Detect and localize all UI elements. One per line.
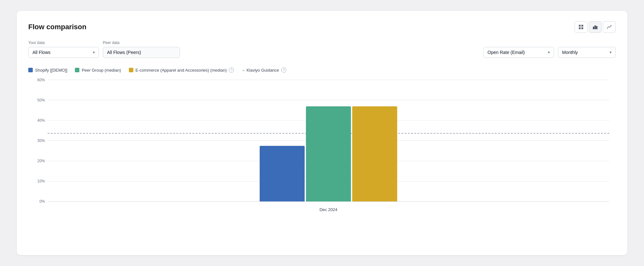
legend-item-peer-group: Peer Group (median): [75, 68, 121, 73]
ecommerce-color-swatch: [129, 68, 133, 72]
legend-shopify-label: Shopify [[DEMO]]: [35, 68, 67, 73]
metric-control: Open Rate (Email) ▾: [483, 47, 554, 58]
your-data-label: Your data: [28, 40, 99, 45]
bar-shopify: [260, 146, 305, 202]
table-view-button[interactable]: [575, 21, 587, 33]
legend-ecommerce-label: E-commerce (Apparel and Accessories) (me…: [136, 68, 227, 73]
header-row: Flow comparison: [28, 21, 616, 33]
chart-area: 60% 50% 40% 30% 20% 10%: [48, 80, 609, 215]
your-data-control: Your data All Flows ▾: [28, 40, 99, 58]
legend-item-shopify: Shopify [[DEMO]]: [28, 68, 67, 73]
chart-baseline: [48, 201, 609, 202]
legend-row: Shopify [[DEMO]] Peer Group (median) E-c…: [28, 67, 616, 73]
y-label-0: 0%: [31, 199, 45, 204]
svg-rect-2: [579, 27, 581, 29]
chevron-down-icon: ▾: [93, 50, 95, 55]
period-dropdown[interactable]: Monthly ▾: [558, 47, 616, 58]
y-label-30: 30%: [31, 138, 45, 143]
y-label-60: 60%: [31, 78, 45, 82]
page-title: Flow comparison: [28, 23, 86, 31]
peer-data-dropdown[interactable]: All Flows (Peers): [103, 47, 180, 58]
shopify-color-swatch: [28, 68, 33, 72]
x-axis-labels: Dec 2024: [48, 207, 609, 212]
your-data-dropdown[interactable]: All Flows ▾: [28, 47, 99, 58]
peer-group-color-swatch: [75, 68, 79, 72]
y-label-20: 20%: [31, 159, 45, 163]
svg-rect-4: [593, 27, 594, 29]
controls-row: Your data All Flows ▾ Peer data All Flow…: [28, 40, 616, 58]
klaviyo-dashed-icon: ···: [242, 67, 244, 73]
y-label-40: 40%: [31, 118, 45, 123]
period-value: Monthly: [562, 50, 578, 55]
chevron-down-icon-metric: ▾: [548, 50, 550, 55]
svg-rect-3: [581, 27, 583, 29]
svg-rect-0: [579, 25, 581, 27]
peer-data-value: All Flows (Peers): [107, 50, 141, 55]
bar-peer-group: [306, 106, 351, 202]
legend-item-klaviyo: ··· Klaviyo Guidance ?: [242, 67, 286, 73]
chevron-down-icon-period: ▾: [610, 50, 612, 55]
legend-peer-group-label: Peer Group (median): [82, 68, 121, 73]
dashes: ···: [242, 67, 244, 73]
svg-rect-5: [595, 25, 596, 29]
ecommerce-help-icon[interactable]: ?: [229, 67, 234, 73]
bars-container: [48, 80, 609, 202]
period-control: Monthly ▾: [558, 47, 616, 58]
view-button-group: [575, 21, 616, 33]
metric-value: Open Rate (Email): [487, 50, 525, 55]
flow-comparison-card: Flow comparison: [17, 11, 627, 255]
bar-ecommerce: [352, 106, 397, 202]
your-data-value: All Flows: [32, 50, 50, 55]
line-chart-view-button[interactable]: [603, 21, 616, 33]
bar-chart-view-button[interactable]: [589, 21, 602, 33]
y-label-50: 50%: [31, 98, 45, 102]
klaviyo-help-icon[interactable]: ?: [281, 67, 286, 73]
legend-klaviyo-label: Klaviyo Guidance: [246, 68, 279, 73]
y-label-10: 10%: [31, 179, 45, 183]
bar-group-dec2024: [260, 106, 397, 202]
x-label-dec2024: Dec 2024: [256, 207, 401, 212]
peer-data-control: Peer data All Flows (Peers): [103, 40, 180, 58]
metric-dropdown[interactable]: Open Rate (Email) ▾: [483, 47, 554, 58]
right-controls: Open Rate (Email) ▾ Monthly ▾: [483, 47, 616, 58]
svg-rect-1: [581, 25, 583, 27]
svg-rect-6: [596, 26, 597, 29]
legend-item-ecommerce: E-commerce (Apparel and Accessories) (me…: [129, 67, 234, 73]
peer-data-label: Peer data: [103, 40, 180, 45]
